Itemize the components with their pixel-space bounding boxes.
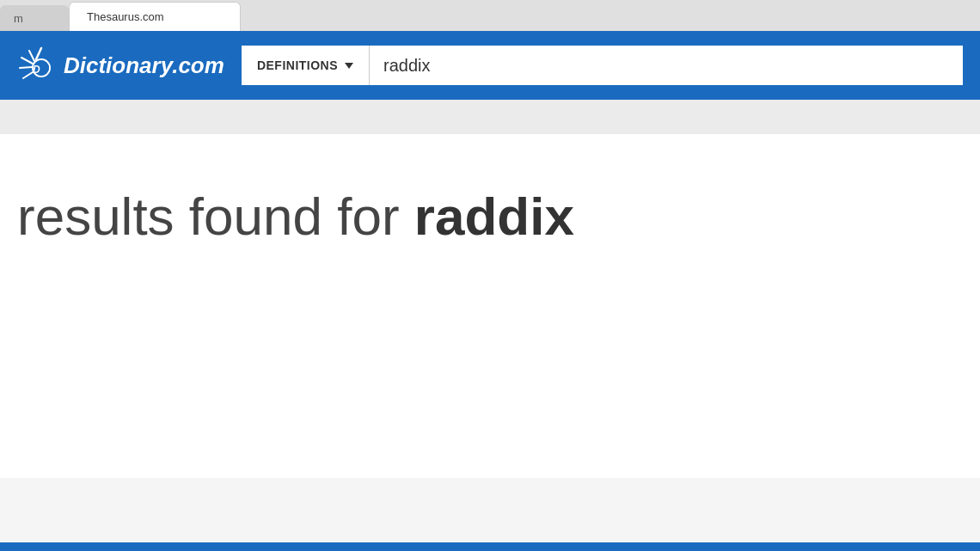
definitions-label: DEFINITIONS — [257, 58, 338, 72]
logo-icon: D — [17, 44, 60, 87]
no-results-message: results found for raddix — [0, 186, 980, 247]
search-bar: DEFINITIONS — [242, 46, 963, 85]
svg-line-4 — [20, 67, 32, 68]
browser-tab-bar: m Thesaurus.com — [0, 0, 980, 31]
main-content: results found for raddix — [0, 134, 980, 478]
svg-line-1 — [36, 48, 41, 59]
logo-text: Dictionary.com — [64, 52, 224, 79]
chevron-down-icon — [345, 63, 353, 69]
tab-active[interactable]: Thesaurus.com — [69, 2, 241, 31]
svg-text:D: D — [33, 64, 40, 76]
definitions-button[interactable]: DEFINITIONS — [242, 46, 370, 85]
sub-header — [0, 100, 980, 134]
svg-line-3 — [21, 58, 33, 64]
no-results-word: raddix — [414, 187, 574, 246]
tab-active-label: Thesaurus.com — [87, 10, 164, 23]
svg-line-5 — [23, 72, 33, 78]
bottom-bar — [0, 542, 980, 551]
search-input[interactable] — [370, 46, 963, 85]
logo-area[interactable]: D Dictionary.com — [17, 44, 224, 87]
no-results-prefix: results found for — [17, 187, 414, 246]
tab-inactive-label: m — [14, 12, 23, 25]
tab-inactive[interactable]: m — [0, 5, 69, 31]
svg-line-2 — [29, 51, 34, 61]
site-header: D Dictionary.com DEFINITIONS — [0, 31, 980, 100]
